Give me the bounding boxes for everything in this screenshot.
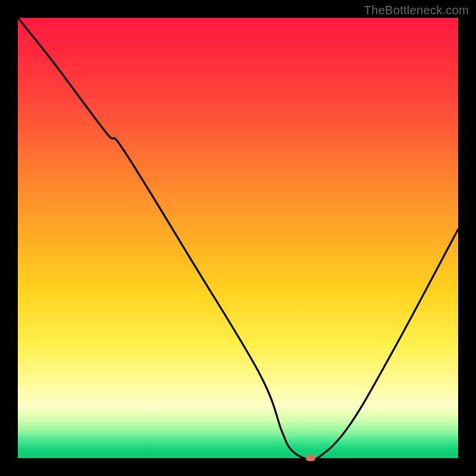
chart-frame: TheBottleneck.com	[0, 0, 476, 476]
bottleneck-curve	[18, 18, 458, 458]
watermark-text: TheBottleneck.com	[364, 4, 469, 17]
optimal-point-marker	[306, 455, 315, 461]
plot-area	[18, 18, 458, 458]
